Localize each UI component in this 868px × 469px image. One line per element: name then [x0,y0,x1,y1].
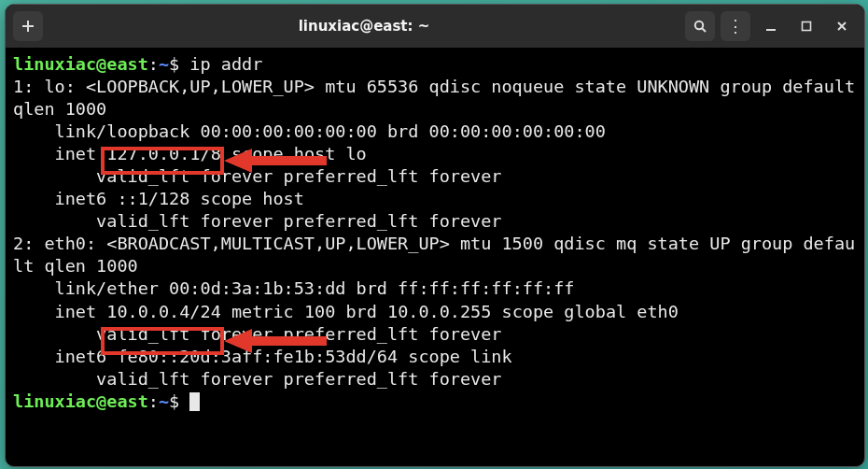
close-icon [835,20,848,33]
maximize-icon [800,20,813,33]
output-line: valid_lft forever preferred_lft forever [13,166,502,186]
output-line-mid: scope host lo [221,144,367,163]
output-line-pre: inet [13,302,106,321]
svg-rect-3 [803,22,811,31]
prompt-path: ~ [159,54,169,74]
svg-point-0 [695,21,703,29]
menu-button[interactable]: ⋮ [721,11,750,41]
maximize-button[interactable] [791,11,821,41]
prompt-user-host: linuxiac@east [13,54,148,74]
terminal-window: linuxiac@east: ~ ⋮ linuxiac@east [5,4,865,467]
minimize-button[interactable] [756,11,786,41]
output-line: 2: eth0: <BROADCAST,MULTICAST,UP,LOWER_U… [13,234,855,276]
prompt-colon: : [148,54,159,74]
svg-rect-2 [766,29,776,31]
new-tab-button[interactable] [13,11,43,41]
cursor [189,392,200,410]
kebab-icon: ⋮ [727,18,744,35]
command-text: ip addr [189,54,262,74]
titlebar: linuxiac@east: ~ ⋮ [6,5,864,48]
output-line: valid_lft forever preferred_lft forever [13,369,502,389]
output-line-pre: inet [13,144,106,163]
output-line: link/ether 00:0d:3a:1b:53:dd brd ff:ff:f… [13,278,574,298]
output-line: valid_lft forever preferred_lft forever [13,211,502,231]
prompt-path: ~ [159,391,169,411]
output-line: 1: lo: <LOOPBACK,UP,LOWER_UP> mtu 65536 … [13,77,865,119]
output-line: inet6 ::1/128 scope host [13,189,304,208]
close-button[interactable] [827,11,857,41]
prompt-colon: : [148,391,159,411]
prompt-user-host: linuxiac@east [13,391,148,411]
search-icon [693,19,707,34]
minimize-icon [764,20,777,33]
highlight-ip-eth0: 10.0.0.4/24 [106,302,221,321]
svg-line-1 [702,28,706,32]
output-line: inet6 fe80::20d:3aff:fe1b:53dd/64 scope … [13,347,512,366]
search-button[interactable] [685,11,715,41]
plus-icon [21,19,35,34]
terminal-body[interactable]: linuxiac@east:~$ ip addr 1: lo: <LOOPBAC… [6,48,864,467]
output-line-mid: metric 100 brd 10.0.0.255 scope global e… [221,302,679,321]
output-line: valid_lft forever preferred_lft forever [13,324,502,344]
highlight-ip-lo: 127.0.0.1/8 [106,144,221,163]
window-title: linuxiac@east: ~ [43,18,685,35]
output-line: link/loopback 00:00:00:00:00:00 brd 00:0… [13,121,606,141]
prompt-dollar: $ [169,391,189,411]
prompt-dollar: $ [169,54,189,74]
